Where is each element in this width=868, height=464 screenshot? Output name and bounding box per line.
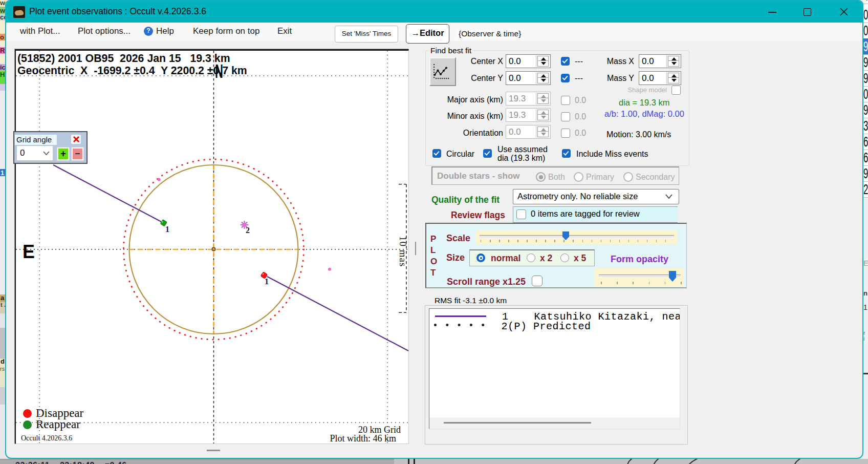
svg-text:1: 1 — [265, 277, 269, 286]
svg-text:2: 2 — [246, 226, 250, 235]
svg-text:1: 1 — [165, 225, 169, 234]
svg-text:10 mas: 10 mas — [398, 236, 408, 267]
